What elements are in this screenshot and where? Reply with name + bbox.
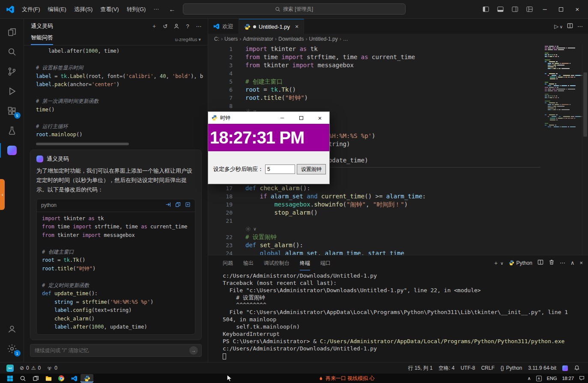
editor-line[interactable]: 6root = tk.Tk(): [208, 86, 543, 94]
set-alarm-button[interactable]: 设置闹钟: [297, 164, 326, 174]
cursor-position[interactable]: 行 15, 列 1: [405, 365, 436, 372]
editor-line[interactable]: 1import tkinter as tk: [208, 45, 543, 53]
python-app-taskbar-icon[interactable]: [81, 374, 93, 383]
editor-line[interactable]: 4: [208, 69, 543, 78]
tab-welcome[interactable]: 欢迎: [208, 19, 239, 34]
close-button[interactable]: ×: [570, 3, 585, 16]
breadcrumb-item[interactable]: …: [343, 36, 348, 42]
editor-scrollbar[interactable]: [582, 44, 588, 255]
panel-tab-output[interactable]: 输出: [243, 256, 254, 270]
news-ticker[interactable]: 再来一口 视线模拟 心: [319, 375, 375, 382]
send-icon[interactable]: →: [189, 346, 198, 355]
back-icon[interactable]: ←: [169, 6, 175, 13]
menu-item-4[interactable]: 转到(G): [123, 4, 150, 15]
menu-item-2[interactable]: 选择(S): [70, 4, 96, 15]
extensions-icon[interactable]: 5: [0, 101, 24, 121]
python-interpreter[interactable]: 3.11.9 64-bit: [525, 365, 559, 371]
clock-close-button[interactable]: ×: [310, 112, 329, 124]
close-panel-icon[interactable]: ×: [579, 260, 583, 266]
run-debug-icon[interactable]: [0, 81, 24, 101]
run-python-file-icon[interactable]: ▷ ∨: [554, 23, 563, 30]
notifications-bell-icon[interactable]: [571, 365, 583, 371]
help-icon[interactable]: ?: [183, 21, 192, 31]
editor-line[interactable]: 24 global alarm_set, alarm_time, start_t…: [208, 249, 543, 255]
editor-line[interactable]: 5# 创建主窗口: [208, 78, 543, 86]
clock-maximize-button[interactable]: [292, 112, 310, 124]
tongyi-inline-action-icon[interactable]: ∨: [245, 225, 257, 233]
editor-line[interactable]: 7root.title("时钟"): [208, 94, 543, 102]
task-view-icon[interactable]: [29, 374, 42, 383]
maximize-panel-icon[interactable]: ∧: [570, 260, 575, 266]
indentation[interactable]: 空格: 4: [436, 365, 457, 372]
explorer-icon[interactable]: [0, 22, 24, 42]
editor-line[interactable]: 2from time import strftime, time as curr…: [208, 53, 543, 61]
source-control-icon[interactable]: [0, 62, 24, 81]
menu-item-3[interactable]: 查看(V): [96, 4, 122, 15]
menu-item-0[interactable]: 文件(F): [18, 4, 44, 15]
vscode-taskbar-icon[interactable]: [68, 374, 81, 383]
chrome-icon[interactable]: [55, 374, 68, 383]
toggle-sidebar-icon[interactable]: [479, 4, 492, 15]
new-session-icon[interactable]: ＋: [149, 21, 159, 31]
toggle-panel-icon[interactable]: [494, 4, 507, 15]
toggle-secondary-sidebar-icon[interactable]: [508, 4, 521, 15]
tongyi-lingma-icon[interactable]: [0, 141, 24, 160]
editor-line[interactable]: 19 messagebox.showinfo("闹钟", "时间到！"): [208, 200, 543, 209]
breadcrumb-item[interactable]: C:: [214, 36, 219, 42]
panel-more-icon[interactable]: ⋯: [560, 260, 565, 266]
panel-tab-ports[interactable]: 端口: [320, 256, 331, 270]
profile-icon[interactable]: [172, 21, 181, 31]
breadcrumb-item[interactable]: Downloads: [278, 36, 304, 42]
testing-icon[interactable]: [0, 121, 24, 141]
tab-smart-qa[interactable]: 智能问答: [31, 34, 53, 45]
editor-line[interactable]: 20 stop_alarm(): [208, 209, 543, 217]
close-tab-icon[interactable]: ×: [295, 23, 298, 30]
minimap[interactable]: [543, 44, 582, 255]
new-terminal-icon[interactable]: ＋ ∨: [493, 259, 504, 267]
tray-expand-icon[interactable]: ∧: [528, 376, 531, 381]
problems-status[interactable]: ⊘ 0 ⚠ 0: [17, 362, 44, 374]
file-explorer-icon[interactable]: [42, 374, 55, 383]
editor-line[interactable]: 21: [208, 217, 543, 225]
panel-tab-terminal[interactable]: 终端: [300, 256, 310, 270]
terminal-profile[interactable]: Python: [509, 260, 532, 266]
encoding[interactable]: UTF-8: [457, 365, 478, 371]
horizontal-scrollbar[interactable]: [36, 143, 129, 145]
editor-more-actions-icon[interactable]: ⋯: [577, 23, 583, 30]
alarm-seconds-input[interactable]: [265, 165, 295, 174]
menu-item-1[interactable]: 编辑(E): [44, 4, 70, 15]
clock-minimize-button[interactable]: ─: [273, 112, 292, 124]
customize-layout-icon[interactable]: [523, 4, 536, 15]
menu-item-5[interactable]: ···: [149, 4, 163, 15]
editor-line[interactable]: 18 if alarm_set and current_time() >= al…: [208, 192, 543, 200]
kill-terminal-icon[interactable]: [549, 259, 555, 266]
maximize-button[interactable]: [554, 3, 568, 16]
editor-line[interactable]: 3from tkinter import messagebox: [208, 61, 543, 69]
tongyi-status-icon[interactable]: [559, 365, 571, 371]
breadcrumb-item[interactable]: Users: [224, 36, 238, 42]
eol-sequence[interactable]: CRLF: [478, 365, 497, 371]
clock-time[interactable]: 18:27: [562, 376, 574, 381]
tongyi-edge-handle[interactable]: ‹: [0, 179, 5, 210]
breadcrumb-item[interactable]: Administrator: [243, 36, 273, 42]
remote-indicator[interactable]: ><: [3, 362, 17, 374]
taskbar-search-icon[interactable]: [16, 374, 29, 383]
minimize-button[interactable]: ─: [537, 3, 552, 16]
account-icon[interactable]: [0, 319, 24, 339]
editor-line[interactable]: 23def set_alarm():: [208, 241, 543, 249]
history-icon[interactable]: ↺: [161, 21, 170, 31]
more-actions-icon[interactable]: ⋯: [194, 21, 203, 31]
input-language[interactable]: ENG: [547, 376, 557, 381]
ports-status[interactable]: 0: [44, 362, 60, 374]
settings-gear-icon[interactable]: 1: [0, 339, 24, 359]
search-sidebar-icon[interactable]: [0, 42, 24, 62]
editor-line[interactable]: 17def check_alarm():: [208, 184, 543, 192]
inline-widget-row[interactable]: ∨: [208, 225, 543, 233]
start-button[interactable]: [3, 374, 16, 383]
notification-center-icon[interactable]: [579, 375, 585, 382]
chat-input[interactable]: 继续提问或 "/" 清除记忆 →: [30, 344, 202, 357]
command-search-box[interactable]: 搜索 [管理员]: [183, 3, 406, 15]
split-terminal-icon[interactable]: [537, 259, 543, 266]
session-selector[interactable]: u-zreg4fus ▾: [175, 37, 201, 45]
split-editor-icon[interactable]: [567, 23, 573, 30]
